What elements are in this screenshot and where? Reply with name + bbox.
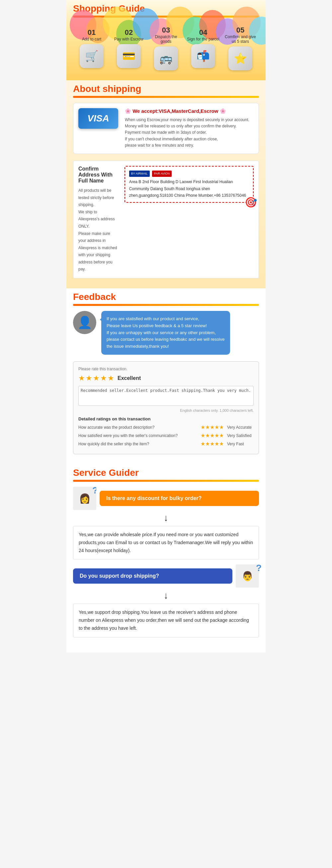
rating-value-2: Very Satisfied — [227, 433, 254, 438]
rating-row-2: How satisfied were you with the seller's… — [78, 432, 254, 439]
step-1-icon: 🛒 — [80, 44, 103, 68]
qa-1-question-bubble: Is there any discount for bulky order? — [100, 491, 259, 506]
feedback-title: Feedback — [73, 292, 259, 302]
step-5: 05 Comfirm and give us 5 stars ⭐ — [224, 26, 257, 70]
step-4: 04 Sign for the parcel 📬 — [187, 28, 220, 68]
qa-2-avatar: 👨 ? — [236, 564, 259, 588]
step-4-icon: 📬 — [191, 44, 215, 68]
address-left: Confirm Address With Full Name All produ… — [78, 166, 118, 273]
detailed-title: Detailed ratings on this transaction — [78, 416, 254, 422]
rating-stars-1: ★★★★★ — [201, 424, 224, 430]
step-2-number: 02 — [125, 28, 133, 37]
payment-text-3: Payment must be made with in 3days of or… — [125, 129, 249, 136]
address-line4: with your shipping address before you pa… — [78, 251, 118, 273]
question-mark-icon-2: ? — [256, 563, 262, 574]
flower-right-icon: 🌸 — [220, 108, 226, 114]
about-shipping-title: About shipping — [73, 84, 259, 94]
step-3-label: Dispatch the goods — [149, 34, 183, 44]
payment-section: VISA 🌸 We accept:VISA,MasterCard,Escrow … — [73, 103, 259, 154]
orange-divider-4 — [73, 480, 259, 482]
address-line2: We ship to Aliexpress's address ONLY. — [78, 209, 118, 230]
rating-stars-2: ★★★★★ — [201, 432, 224, 439]
flower-left-icon: 🌸 — [125, 108, 131, 114]
feedback-bubble: If you are statisfied with our product a… — [101, 311, 230, 355]
payment-heading: 🌸 We accept:VISA,MasterCard,Escrow 🌸 — [125, 108, 249, 114]
step-1-label: Add to cart — [82, 37, 101, 41]
shopping-guide-title: Shopping Guide — [73, 3, 259, 14]
address-right: BY AIRMAIL PAR AVION Area B 2nd Floor Bu… — [124, 166, 254, 203]
shopping-guide-section: Shopping Guide 01 Add to cart 🛒 02 Pay w… — [66, 0, 266, 80]
arrow-down-1: ↓ — [73, 513, 259, 523]
address-line1: All products will be tested strictly bef… — [78, 187, 118, 209]
stars-row: ★★★★★ Excellent — [78, 374, 254, 382]
step-4-label: Sign for the parcel — [187, 37, 219, 41]
rating-row-1: How accurate was the product description… — [78, 424, 254, 430]
payment-info: 🌸 We accept:VISA,MasterCard,Escrow 🌸 Whe… — [125, 108, 249, 149]
review-box: Please rate this transaction. ★★★★★ Exce… — [73, 361, 259, 454]
qa-item-1: 👩 ? Is there any discount for bulky orde… — [73, 487, 259, 559]
payment-text-1: When using Escrow,your money is deposite… — [125, 117, 249, 123]
address-detail: Area B 2nd Floor Building D Laowei First… — [129, 179, 249, 199]
qa-item-2: Do you support drop shipping? 👨 ? ↓ Yes,… — [73, 564, 259, 637]
qa-1-avatar-icon: 👩 — [79, 493, 91, 504]
payment-text-4: If you can't checkout immediately after … — [125, 136, 249, 142]
char-count: English characters only. 1,000 character… — [78, 408, 254, 412]
airmail-badge: BY AIRMAIL — [129, 170, 150, 177]
visa-card: VISA — [78, 108, 118, 129]
step-2: 02 Pay with Escrow 💳 — [112, 28, 145, 68]
orange-divider-3 — [73, 304, 259, 306]
rating-stars-3: ★★★★★ — [201, 441, 224, 447]
qa-2-answer: Yes,we support drop shipping.You leave u… — [73, 603, 259, 637]
star-rating: ★★★★★ — [78, 374, 115, 382]
address-line3: Please make sure your address in Aliexpr… — [78, 230, 118, 252]
payment-text-2: Money will be released to us only after … — [125, 123, 249, 129]
rating-value-3: Very Fast — [227, 442, 254, 446]
step-5-icon: ⭐ — [229, 46, 252, 70]
address-section: Confirm Address With Full Name All produ… — [73, 161, 259, 278]
feedback-content: 👤 If you are statisfied with our product… — [73, 311, 259, 355]
rating-label-1: How accurate was the product description… — [78, 425, 197, 430]
qa-question-1: 👩 ? Is there any discount for bulky orde… — [73, 487, 259, 510]
steps-container: 01 Add to cart 🛒 02 Pay with Escrow 💳 03… — [73, 23, 259, 74]
english-note: English characters only. 1,000 character… — [180, 408, 254, 412]
qa-2-question-bubble: Do you support drop shipping? — [73, 568, 233, 584]
par-avion-badge: PAR AVION — [152, 170, 172, 177]
step-4-number: 04 — [199, 28, 207, 37]
step-1-number: 01 — [88, 28, 96, 37]
qa-1-answer: Yes,we can provide wholesale price.If yo… — [73, 526, 259, 559]
feedback-message: If you are statisfied with our product a… — [107, 316, 225, 349]
rating-label-3: How quickly did the seller ship the item… — [78, 442, 197, 446]
orange-divider-2 — [73, 96, 259, 98]
avatar-icon: 👤 — [78, 315, 92, 330]
excellent-label: Excellent — [118, 375, 141, 381]
review-textarea[interactable] — [78, 386, 254, 406]
qa-2-avatar-icon: 👨 — [242, 571, 253, 582]
step-1: 01 Add to cart 🛒 — [75, 28, 108, 68]
feedback-section: Feedback 👤 If you are statisfied with ou… — [66, 288, 266, 464]
step-3-number: 03 — [162, 26, 170, 34]
about-shipping-section: About shipping VISA 🌸 We accept:VISA,Mas… — [66, 80, 266, 288]
qa-question-2: Do you support drop shipping? 👨 ? — [73, 564, 259, 588]
step-2-icon: 💳 — [117, 44, 141, 68]
step-2-label: Pay with Escrow — [114, 37, 144, 41]
rating-value-1: Very Accurate — [227, 425, 254, 430]
orange-divider — [73, 16, 259, 18]
question-mark-icon-1: ? — [92, 487, 96, 496]
avatar: 👤 — [73, 311, 96, 334]
service-guider-title: Service Guider — [73, 467, 259, 478]
target-icon: 🎯 — [245, 194, 258, 207]
step-5-label: Comfirm and give us 5 stars — [224, 34, 257, 44]
address-heading: Confirm Address With Full Name — [78, 166, 118, 184]
rating-row-3: How quickly did the seller ship the item… — [78, 441, 254, 447]
service-guider-section: Service Guider 👩 ? Is there any discount… — [66, 464, 266, 652]
detailed-ratings: Detailed ratings on this transaction How… — [78, 416, 254, 447]
review-label: Please rate this transaction. — [78, 367, 254, 371]
step-5-number: 05 — [236, 26, 244, 34]
qa-1-avatar: 👩 ? — [73, 487, 96, 510]
step-3: 03 Dispatch the goods 🚌 — [149, 26, 183, 70]
payment-text-5: please wait for a few minutes and retry. — [125, 142, 249, 149]
arrow-down-2: ↓ — [73, 590, 259, 601]
rating-label-2: How satisfied were you with the seller's… — [78, 433, 197, 438]
step-3-icon: 🚌 — [154, 46, 178, 70]
